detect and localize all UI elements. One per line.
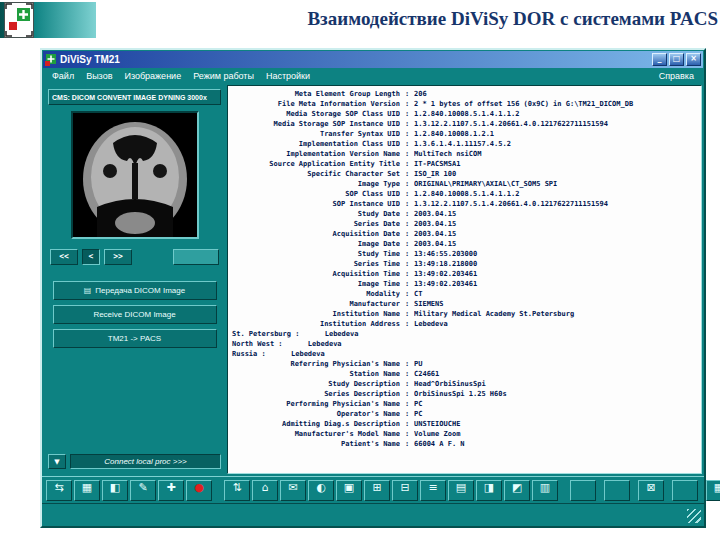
blank-2-button[interactable] [604,480,630,501]
ct-image [71,111,199,239]
tm21-pacs-button[interactable]: TM21 -> PACS [53,329,217,348]
app-icon [45,54,57,66]
dicom-field-row: SOP Class UID:1.2.840.10008.5.1.4.1.1.2 [230,190,699,200]
dicom-field-row: Transfer Syntax UID:1.2.840.10008.1.2.1 [230,130,699,140]
dicom-field-row: Image Type:ORIGINAL\PRIMARY\AXIAL\CT_SOM… [230,180,699,190]
image-nav-row: << < >> [50,249,219,265]
dicom-field-row: Performing Physician's Name:PC [230,400,699,410]
dicom-field-row: Institution Name:Military Medical Academ… [230,310,699,320]
menu-item[interactable]: Настройки [260,71,316,81]
toolbar-group: ⊠▦ [570,480,720,501]
connect-button[interactable]: Connect local proc >>> [70,454,221,469]
pane-right-button[interactable]: ◨ [476,480,502,501]
slide: Взаимодействие DiViSy DOR с системами PA… [0,0,720,540]
select-frame-button[interactable]: ▣ [336,480,362,501]
send-dicom-button[interactable]: ▤ Передача DICOM Image [53,281,217,300]
send-button[interactable]: ✉ [280,480,306,501]
dicom-field-row: Operator's Name:PC [230,410,699,420]
dicom-field-row: Media Storage SOP Class UID:1.2.840.1000… [230,110,699,120]
annotate-button[interactable]: ✎ [130,480,156,501]
prev-button[interactable]: < [82,249,100,265]
zoom-in-button[interactable]: ⊞ [364,480,390,501]
prev-fast-button[interactable]: << [50,249,78,265]
split-view-button[interactable]: ◧ [102,480,128,501]
dicom-field-row: Institution Address:Lebedeva [230,320,699,330]
slide-header: Взаимодействие DiViSy DOR с системами PA… [0,0,720,42]
close-study-button[interactable]: ⊠ [638,480,664,501]
menu-item-help[interactable]: Справка [653,71,700,81]
dicom-field-row: Acquisition Date:2003.04.15 [230,230,699,240]
menu-bar: ФайлВызовИзображениеРежим работыНастройк… [42,68,704,83]
dicom-field-row: Admitting Diag.s Description:UNSTEIOUCHE [230,420,699,430]
image-icon: ▤ [84,286,92,295]
dicom-field-row: Modality:CT [230,290,699,300]
dicom-field-row: Series Time:13:49:18.218000 [230,260,699,270]
window-titlebar[interactable]: DiViSy TM21 _ □ × [43,51,703,68]
list-button[interactable]: ≡ [420,480,446,501]
sort-button[interactable]: ⇅ [224,480,250,501]
left-panel: CMS: DICOM CONVENT IMAGE DYNING 3000x [44,85,225,474]
dicom-field-row: Manufacturer:SIEMENS [230,300,699,310]
dicom-field-row: Meta Element Group Length:206 [230,90,699,100]
menu-item[interactable]: Вызов [80,71,118,81]
dicom-field-row: Implementation Class UID:1.3.6.1.4.1.111… [230,140,699,150]
dicom-field-row: Media Storage SOP Instance UID:1.3.12.2.… [230,120,699,130]
dicom-field-row: Specific Character Set:ISO_IR 100 [230,170,699,180]
series-selector[interactable]: CMS: DICOM CONVENT IMAGE DYNING 3000x [48,89,221,105]
dicom-field-row: Image Date:2003.04.15 [230,240,699,250]
window-controls: _ □ × [652,53,701,66]
receive-dicom-label: Receive DICOM Image [93,310,175,319]
columns-button[interactable]: ▥ [532,480,558,501]
dicom-address-row: Russia : Lebedeva [230,350,699,360]
left-panel-bottom-row: ▼ Connect local proc >>> [48,454,221,469]
next-fast-button[interactable]: >> [104,249,132,265]
dicom-field-list: Meta Element Group Length:206File Meta I… [230,90,699,450]
collapse-button[interactable]: ▼ [48,454,66,469]
dicom-address-row: St. Petersburg : Lebedeva [230,330,699,340]
maximize-button[interactable]: □ [669,53,684,66]
dicom-field-row: Acquisition Time:13:49:02.203461 [230,270,699,280]
nav-extra-button[interactable] [173,249,219,265]
blank-3-button[interactable] [672,480,698,501]
dicom-field-row: SOP Instance UID:1.3.12.2.1107.5.1.4.206… [230,200,699,210]
menu-item[interactable]: Режим работы [187,71,260,81]
home-button[interactable]: ⌂ [252,480,278,501]
toolbar-group: ⇅⌂✉◐▣⊞⊟≡▤◨◩▥ [224,480,558,501]
dicom-field-row: Study Time:13:46:55.203000 [230,250,699,260]
dicom-field-row: Patient's Name:66004 A F. N [230,440,699,450]
dicom-field-row: Study Description:Head^OrbiSinusSpi [230,380,699,390]
dicom-address-row: North West : Lebedeva [230,340,699,350]
minimize-button[interactable]: _ [652,53,667,66]
dicom-field-row: Source Application Entity Title:IT-PACSM… [230,160,699,170]
rows-button[interactable]: ▤ [448,480,474,501]
dicom-field-row: File Meta Information Version:2 * 1 byte… [230,100,699,110]
transfer-button[interactable]: ⇆ [46,480,72,501]
close-button[interactable]: × [686,53,701,66]
dicom-field-row: Implementation Version Name:MultiTech ns… [230,150,699,160]
send-dicom-label: Передача DICOM Image [95,286,185,295]
dicom-field-row: Study Date:2003.04.15 [230,210,699,220]
dicom-field-row: Series Description:OrbiSinusSpi 1.25 H60… [230,390,699,400]
menu-item[interactable]: Изображение [118,71,187,81]
dicom-field-row: Manufacturer's Model Name:Volume Zoom [230,430,699,440]
bottom-toolbar: ⇆▦◧✎✚●⇅⌂✉◐▣⊞⊟≡▤◨◩▥⊠▦ [42,476,704,503]
dicom-field-row: Station Name:C24661 [230,370,699,380]
menu-bar-items: ФайлВызовИзображениеРежим работыНастройк… [46,71,316,81]
menu-item[interactable]: Файл [46,71,80,81]
blank-1-button[interactable] [570,480,596,501]
dicom-tag-panel: Meta Element Group Length:206File Meta I… [227,85,702,474]
contrast-button[interactable]: ◐ [308,480,334,501]
record-button[interactable]: ● [186,480,212,501]
dicom-field-row: Referring Physician's Name:PU [230,360,699,370]
window-body: CMS: DICOM CONVENT IMAGE DYNING 3000x [42,83,704,476]
layout-grid-button[interactable]: ▦ [706,480,720,501]
dicom-field-row: Image Time:13:49:02.203461 [230,280,699,290]
dicom-field-row: Series Date:2003.04.15 [230,220,699,230]
window-title: DiViSy TM21 [60,54,649,65]
resize-grip[interactable] [687,509,701,523]
receive-dicom-button[interactable]: Receive DICOM Image [53,305,217,324]
tile-grid-button[interactable]: ▦ [74,480,100,501]
crosshair-button[interactable]: ✚ [158,480,184,501]
pane-corner-button[interactable]: ◩ [504,480,530,501]
zoom-out-button[interactable]: ⊟ [392,480,418,501]
